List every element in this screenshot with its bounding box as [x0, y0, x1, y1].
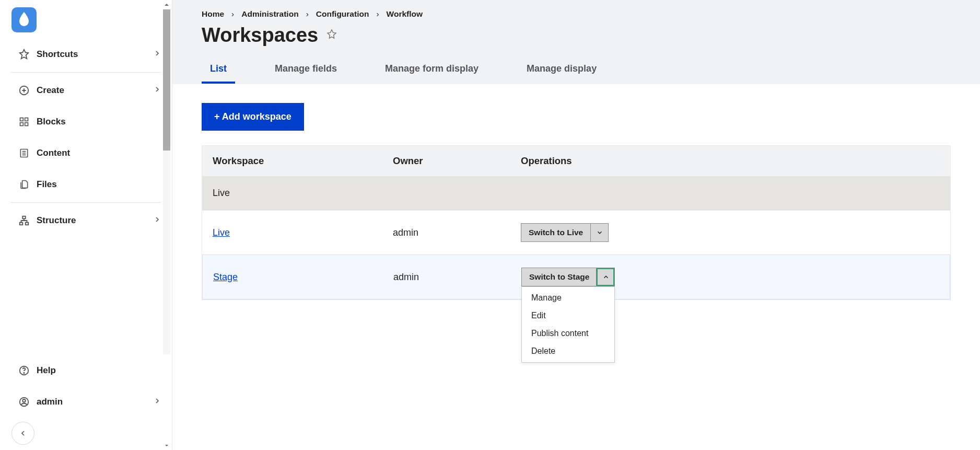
structure-icon	[18, 214, 30, 227]
sidebar-item-label: Files	[37, 179, 57, 190]
chevron-right-icon	[153, 85, 161, 96]
col-header-operations: Operations	[521, 155, 940, 167]
breadcrumb-item-home[interactable]: Home	[202, 9, 224, 19]
page-header: Home › Administration › Configuration › …	[172, 0, 980, 84]
breadcrumb-item-configuration[interactable]: Configuration	[316, 9, 369, 19]
svg-point-12	[22, 399, 26, 402]
dropdown-item-manage[interactable]: Manage	[522, 289, 614, 307]
switch-to-stage-button[interactable]: Switch to Stage	[522, 268, 597, 286]
chevron-right-icon: ›	[231, 9, 234, 19]
sidebar-item-create[interactable]: Create	[0, 75, 172, 106]
sidebar-item-shortcuts[interactable]: Shortcuts	[0, 39, 172, 70]
dropdown-item-delete[interactable]: Delete	[522, 342, 614, 360]
app-logo[interactable]	[11, 7, 37, 32]
dropdown-item-publish-content[interactable]: Publish content	[522, 325, 614, 342]
help-icon	[18, 364, 30, 377]
files-icon	[18, 178, 30, 191]
sidebar-item-blocks[interactable]: Blocks	[0, 106, 172, 137]
sidebar-item-files[interactable]: Files	[0, 169, 172, 200]
tab-manage-fields[interactable]: Manage fields	[266, 56, 345, 84]
owner-cell: admin	[393, 227, 521, 238]
tab-manage-display[interactable]: Manage display	[518, 56, 605, 84]
table-header: Workspace Owner Operations	[202, 146, 950, 176]
breadcrumb-item-workflow[interactable]: Workflow	[387, 9, 423, 19]
scrollbar-up-icon[interactable]	[161, 0, 172, 9]
chevron-right-icon	[153, 397, 161, 408]
tabs: List Manage fields Manage form display M…	[172, 56, 980, 84]
svg-point-10	[24, 373, 24, 373]
tab-list[interactable]: List	[202, 56, 235, 84]
breadcrumb: Home › Administration › Configuration › …	[172, 9, 980, 22]
sidebar-item-label: Structure	[37, 215, 76, 226]
sidebar-item-label: Shortcuts	[37, 49, 78, 60]
chevron-right-icon	[153, 215, 161, 226]
svg-rect-2	[25, 118, 28, 121]
operations-dropbutton-stage: Switch to Stage	[521, 268, 615, 286]
collapse-sidebar-button[interactable]	[11, 422, 34, 445]
sidebar-item-structure[interactable]: Structure	[0, 205, 172, 236]
document-lines-icon	[18, 147, 30, 159]
sidebar-item-label: Create	[37, 85, 64, 96]
operations-toggle-live[interactable]	[590, 224, 608, 241]
plus-circle-icon	[18, 84, 30, 97]
tab-manage-form-display[interactable]: Manage form display	[377, 56, 487, 84]
main-content: Home › Administration › Configuration › …	[172, 0, 980, 450]
workspaces-table: Workspace Owner Operations Live Live adm…	[202, 145, 951, 300]
col-header-workspace: Workspace	[213, 155, 393, 167]
add-workspace-button[interactable]: + Add workspace	[202, 103, 304, 131]
favorite-star-toggle[interactable]	[325, 28, 338, 43]
scrollbar-thumb[interactable]	[163, 9, 170, 151]
sidebar-item-content[interactable]: Content	[0, 137, 172, 169]
operations-dropdown: Manage Edit Publish content Delete	[521, 286, 615, 363]
svg-rect-8	[26, 223, 29, 225]
chevron-right-icon	[153, 49, 161, 60]
table-group-row: Live	[202, 176, 950, 210]
table-row: Live admin Switch to Live	[202, 210, 950, 255]
owner-cell: admin	[393, 272, 521, 283]
col-header-owner: Owner	[393, 155, 521, 167]
svg-rect-4	[25, 123, 28, 126]
sidebar-item-label: admin	[37, 397, 63, 407]
svg-rect-1	[20, 118, 24, 121]
sidebar-item-label: Help	[37, 365, 56, 376]
svg-rect-3	[20, 123, 24, 126]
sidebar-item-help[interactable]: Help	[0, 355, 172, 386]
sidebar: Shortcuts Create Blocks Co	[0, 0, 172, 450]
breadcrumb-item-administration[interactable]: Administration	[241, 9, 298, 19]
dropdown-item-edit[interactable]: Edit	[522, 307, 614, 325]
workspace-link-live[interactable]: Live	[213, 227, 230, 238]
chevron-right-icon: ›	[376, 9, 379, 19]
sidebar-item-admin[interactable]: admin	[0, 386, 172, 418]
operations-toggle-stage[interactable]	[597, 268, 614, 286]
operations-dropbutton-live: Switch to Live	[521, 223, 609, 242]
sidebar-item-label: Blocks	[37, 117, 66, 127]
svg-rect-7	[20, 223, 23, 225]
page-title: Workspaces	[202, 24, 318, 47]
sidebar-item-label: Content	[37, 148, 70, 158]
workspace-link-stage[interactable]: Stage	[213, 272, 238, 282]
svg-rect-6	[22, 216, 26, 219]
chevron-right-icon: ›	[306, 9, 309, 19]
switch-to-live-button[interactable]: Switch to Live	[521, 224, 590, 241]
blocks-icon	[18, 116, 30, 128]
user-icon	[18, 396, 30, 408]
star-icon	[18, 48, 30, 61]
